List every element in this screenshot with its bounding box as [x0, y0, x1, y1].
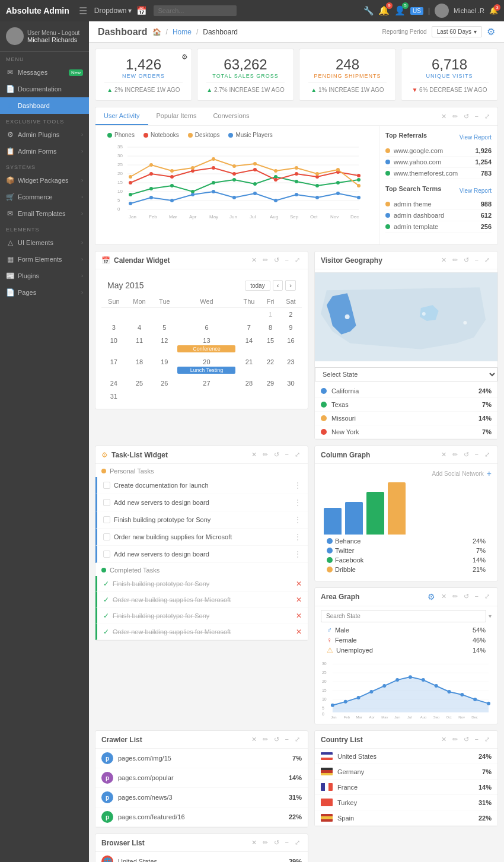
delete-icon-0[interactable]: ✕	[296, 580, 302, 588]
next-month-button[interactable]: ›	[285, 280, 296, 291]
calendar-close-icon[interactable]: ✕	[250, 256, 259, 265]
delete-icon-3[interactable]: ✕	[296, 628, 302, 636]
browser-expand-icon[interactable]: ⤢	[293, 838, 302, 847]
add-network-icon[interactable]: +	[487, 469, 492, 478]
geo-expand-icon[interactable]: ⤢	[483, 256, 492, 265]
sidebar-item-ui-elements[interactable]: △ UI Elements ›	[0, 234, 89, 251]
close-icon[interactable]: ✕	[439, 112, 448, 121]
sidebar-item-pages[interactable]: 📄 Pages ›	[0, 284, 89, 301]
task-checkbox-3[interactable]	[103, 533, 110, 540]
area-edit-icon[interactable]: ✏	[451, 592, 460, 602]
gear-icon-orders[interactable]: ⚙	[181, 53, 188, 61]
cal-day[interactable]	[176, 390, 237, 403]
cal-day[interactable]: 2	[280, 308, 302, 322]
crawler-expand-icon[interactable]: ⤢	[293, 735, 302, 744]
today-button[interactable]: today	[245, 281, 270, 291]
cal-day[interactable]	[152, 308, 176, 322]
crawler-edit-icon[interactable]: ✏	[261, 735, 270, 744]
refresh-icon[interactable]: ↺	[462, 112, 471, 121]
tab-user-activity[interactable]: User Activity	[95, 107, 148, 125]
col-graph-edit-icon[interactable]: ✏	[451, 450, 460, 459]
prev-month-button[interactable]: ‹	[273, 280, 283, 291]
sidebar-item-documentation[interactable]: 📄 Documentation	[0, 81, 89, 97]
geo-refresh-icon[interactable]: ↺	[462, 256, 471, 265]
sidebar-item-dashboard[interactable]: ⊞ Dashboard	[0, 97, 89, 114]
cal-day[interactable]: 3	[101, 321, 126, 334]
crawler-refresh-icon[interactable]: ↺	[272, 735, 281, 744]
message-bell[interactable]: 👤 5	[394, 5, 406, 16]
settings-gear-icon[interactable]: ⚙	[487, 26, 495, 37]
notification-icon-2[interactable]: 🔔 3	[489, 7, 498, 15]
browser-refresh-icon[interactable]: ↺	[272, 838, 281, 847]
task-menu-2[interactable]: ⋮	[294, 515, 302, 524]
tab-conversions[interactable]: Conversions	[205, 107, 257, 125]
cal-day[interactable]	[237, 390, 261, 403]
delete-icon-2[interactable]: ✕	[296, 612, 302, 620]
geo-close-icon[interactable]: ✕	[439, 256, 448, 265]
cal-day[interactable]	[126, 390, 153, 403]
sidebar-item-admin-plugins[interactable]: ⚙ Admin Plugins ›	[0, 126, 89, 143]
calendar-expand-icon[interactable]: ⤢	[293, 256, 302, 265]
cal-day[interactable]	[261, 390, 280, 403]
cal-day[interactable]: 19	[152, 355, 176, 377]
cal-day[interactable]	[152, 390, 176, 403]
task-checkbox-4[interactable]	[103, 551, 110, 558]
cal-day[interactable]: 30	[280, 377, 302, 390]
search-state-input[interactable]	[321, 610, 486, 622]
view-report-link[interactable]: View Report	[460, 134, 492, 141]
task-refresh-icon[interactable]: ↺	[272, 450, 281, 459]
cal-day[interactable]: 25	[126, 377, 153, 390]
task-edit-icon[interactable]: ✏	[261, 450, 270, 459]
search-state-dropdown[interactable]: ▾	[489, 613, 492, 619]
calendar-edit-icon[interactable]: ✏	[261, 256, 270, 265]
cal-day[interactable]: 20Lunch Testing	[176, 355, 237, 377]
task-expand-icon[interactable]: ⤢	[293, 450, 302, 459]
cal-day[interactable]: 4	[126, 321, 153, 334]
cal-day[interactable]: 27	[176, 377, 237, 390]
crawler-close-icon[interactable]: ✕	[250, 735, 259, 744]
cal-day[interactable]: 9	[280, 321, 302, 334]
edit-icon[interactable]: ✏	[451, 112, 460, 121]
country-edit-icon[interactable]: ✏	[451, 735, 460, 744]
col-graph-refresh-icon[interactable]: ↺	[462, 450, 471, 459]
cal-day[interactable]: 6	[176, 321, 237, 334]
cal-day[interactable]	[176, 308, 237, 322]
area-minimize-icon[interactable]: −	[473, 592, 480, 602]
dropdown-menu[interactable]: Dropdown ▾	[94, 7, 132, 15]
cal-day[interactable]: 28	[237, 377, 261, 390]
col-graph-minimize-icon[interactable]: −	[473, 450, 480, 459]
minimize-icon[interactable]: −	[473, 112, 480, 121]
country-refresh-icon[interactable]: ↺	[462, 735, 471, 744]
cal-day[interactable]: 31	[101, 390, 126, 403]
calendar-icon[interactable]: 📅	[136, 6, 146, 15]
cal-day[interactable]: 24	[101, 377, 126, 390]
search-input[interactable]	[154, 5, 237, 16]
area-gear-icon[interactable]: ⚙	[428, 592, 435, 602]
sidebar-item-plugins[interactable]: 📰 Plugins ›	[0, 268, 89, 284]
delete-icon-1[interactable]: ✕	[296, 596, 302, 604]
settings-icon[interactable]: 🔧	[363, 6, 374, 15]
geo-minimize-icon[interactable]: −	[473, 256, 480, 265]
cal-day[interactable]: 18	[126, 355, 153, 377]
col-graph-expand-icon[interactable]: ⤢	[483, 450, 492, 459]
task-checkbox-1[interactable]	[103, 499, 110, 506]
sidebar-item-email-templates[interactable]: ✉ Email Templates ›	[0, 205, 89, 222]
sidebar-item-messages[interactable]: ✉ Messages New	[0, 64, 89, 81]
cal-day[interactable]	[126, 308, 153, 322]
notification-bell[interactable]: 🔔 9	[378, 5, 390, 16]
breadcrumb-home[interactable]: Home	[173, 28, 192, 36]
area-expand-icon[interactable]: ⤢	[483, 592, 492, 602]
task-minimize-icon[interactable]: −	[283, 450, 291, 459]
sidebar-item-ecommerce[interactable]: 🛒 Ecommerce ›	[0, 189, 89, 205]
area-refresh-icon[interactable]: ↺	[462, 592, 471, 602]
task-close-icon[interactable]: ✕	[250, 450, 259, 459]
cal-day[interactable]: 13Conference	[176, 334, 237, 355]
task-menu-4[interactable]: ⋮	[294, 549, 302, 559]
cal-day[interactable]: 1	[261, 308, 280, 322]
cal-day[interactable]: 29	[261, 377, 280, 390]
calendar-refresh-icon[interactable]: ↺	[272, 256, 281, 265]
col-graph-close-icon[interactable]: ✕	[439, 450, 448, 459]
task-menu-1[interactable]: ⋮	[294, 498, 302, 507]
sidebar-user-menu[interactable]: User Menu - Logout	[27, 30, 79, 36]
browser-minimize-icon[interactable]: −	[283, 838, 291, 847]
